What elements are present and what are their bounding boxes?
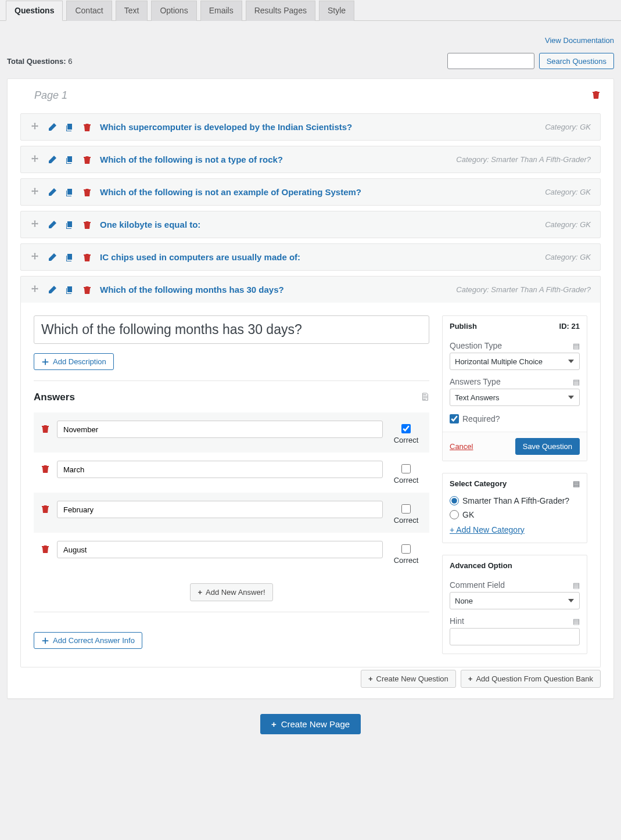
question-title-link[interactable]: IC chips used in computers are usually m…: [100, 252, 537, 262]
total-questions-label: Total Questions: 6: [7, 57, 72, 66]
edit-icon[interactable]: [48, 123, 57, 132]
delete-icon[interactable]: [82, 253, 92, 262]
move-icon[interactable]: [30, 285, 40, 295]
tab-results-pages[interactable]: Results Pages: [246, 1, 315, 21]
create-new-question-button[interactable]: +Create New Question: [361, 670, 456, 688]
move-icon[interactable]: [30, 188, 40, 197]
hint-doc-icon[interactable]: ▤: [573, 617, 580, 626]
question-category-label: Category: Smarter Than A Fifth-Grader?: [456, 155, 591, 164]
delete-icon[interactable]: [82, 123, 92, 132]
tab-style[interactable]: Style: [319, 1, 354, 21]
question-title-link[interactable]: Which of the following months has 30 day…: [100, 285, 448, 295]
search-questions-button[interactable]: Search Questions: [539, 53, 614, 69]
edit-icon[interactable]: [48, 155, 57, 164]
answer-row: Correct: [34, 412, 429, 453]
category-option[interactable]: GK: [450, 510, 580, 519]
answer-correct-checkbox[interactable]: [401, 424, 411, 433]
answers-type-select[interactable]: Text Answers: [450, 389, 580, 406]
delete-answer-icon[interactable]: [41, 424, 50, 433]
delete-icon[interactable]: [82, 220, 92, 229]
question-id-label: ID: 21: [559, 322, 580, 331]
question-row: Which supercomputer is developed by the …: [20, 113, 601, 141]
add-description-button[interactable]: Add Description: [34, 353, 114, 370]
category-doc-icon[interactable]: ▤: [573, 479, 580, 488]
duplicate-icon[interactable]: [65, 188, 74, 197]
answer-row: Correct: [34, 493, 429, 533]
category-radio[interactable]: [450, 496, 459, 505]
move-icon[interactable]: [30, 220, 40, 229]
required-label: Required?: [462, 414, 500, 423]
add-question-from-bank-button[interactable]: +Add Question From Question Bank: [461, 670, 601, 688]
duplicate-icon[interactable]: [65, 123, 74, 132]
answer-text-input[interactable]: [57, 421, 383, 438]
answer-correct-checkbox[interactable]: [401, 544, 411, 554]
answers-doc-icon[interactable]: [421, 393, 429, 403]
answer-row: Correct: [34, 453, 429, 493]
answer-text-input[interactable]: [57, 461, 383, 478]
delete-answer-icon[interactable]: [41, 504, 50, 514]
question-text-input[interactable]: [34, 315, 429, 344]
question-type-label: Question Type: [450, 341, 502, 350]
hint-label: Hint: [450, 616, 464, 626]
publish-heading: Publish: [450, 322, 477, 331]
move-icon[interactable]: [30, 253, 40, 262]
answer-text-input[interactable]: [57, 541, 383, 558]
add-new-category-link[interactable]: + Add New Category: [450, 525, 525, 534]
advanced-option-heading: Advanced Option: [450, 561, 512, 570]
answer-row: Correct: [34, 533, 429, 573]
tab-emails[interactable]: Emails: [200, 1, 242, 21]
move-icon[interactable]: [30, 155, 40, 164]
tab-contact[interactable]: Contact: [66, 1, 112, 21]
edit-icon[interactable]: [48, 285, 57, 295]
delete-page-icon[interactable]: [591, 90, 601, 101]
delete-answer-icon[interactable]: [41, 544, 50, 554]
category-radio[interactable]: [450, 510, 459, 519]
add-correct-answer-info-button[interactable]: Add Correct Answer Info: [34, 632, 142, 649]
question-title-link[interactable]: Which of the following is not an example…: [100, 187, 537, 197]
answers-type-label: Answers Type: [450, 377, 501, 386]
tab-text[interactable]: Text: [116, 1, 148, 21]
hint-input[interactable]: [450, 628, 580, 645]
page-title: Page 1: [34, 89, 584, 102]
answer-text-input[interactable]: [57, 501, 383, 518]
correct-label: Correct: [394, 476, 419, 484]
duplicate-icon[interactable]: [65, 285, 74, 295]
comment-doc-icon[interactable]: ▤: [573, 581, 580, 590]
duplicate-icon[interactable]: [65, 155, 74, 164]
correct-label: Correct: [394, 516, 419, 525]
add-new-answer-button[interactable]: +Add New Answer!: [190, 583, 272, 601]
answer-correct-checkbox[interactable]: [401, 504, 411, 514]
tab-questions[interactable]: Questions: [6, 1, 63, 21]
search-input[interactable]: [447, 53, 534, 69]
question-title-link[interactable]: One kilobyte is equal to:: [100, 220, 537, 229]
duplicate-icon[interactable]: [65, 253, 74, 262]
save-question-button[interactable]: Save Question: [515, 438, 580, 455]
question-title-link[interactable]: Which of the following is not a type of …: [100, 155, 448, 164]
answer-correct-checkbox[interactable]: [401, 464, 411, 473]
tab-options[interactable]: Options: [151, 1, 196, 21]
question-category-label: Category: GK: [545, 253, 591, 261]
question-type-doc-icon[interactable]: ▤: [573, 342, 580, 350]
cancel-link[interactable]: Cancel: [450, 442, 473, 451]
question-title-link[interactable]: Which supercomputer is developed by the …: [100, 122, 537, 132]
answers-type-doc-icon[interactable]: ▤: [573, 378, 580, 386]
edit-icon[interactable]: [48, 220, 57, 229]
delete-answer-icon[interactable]: [41, 464, 50, 473]
move-icon[interactable]: [30, 123, 40, 132]
delete-icon[interactable]: [82, 285, 92, 295]
edit-icon[interactable]: [48, 253, 57, 262]
edit-icon[interactable]: [48, 188, 57, 197]
question-type-select[interactable]: Horizontal Multiple Choice: [450, 353, 580, 370]
comment-field-select[interactable]: None: [450, 592, 580, 609]
required-checkbox[interactable]: [450, 414, 459, 423]
category-option[interactable]: Smarter Than A Fifth-Grader?: [450, 496, 580, 505]
view-documentation-link[interactable]: View Documentation: [545, 36, 614, 45]
answers-heading: Answers: [34, 392, 75, 403]
correct-label: Correct: [394, 556, 419, 565]
delete-icon[interactable]: [82, 188, 92, 197]
delete-icon[interactable]: [82, 155, 92, 164]
question-row: IC chips used in computers are usually m…: [20, 243, 601, 271]
create-new-page-button[interactable]: +Create New Page: [260, 714, 361, 734]
question-row: Which of the following months has 30 day…: [20, 276, 601, 303]
duplicate-icon[interactable]: [65, 220, 74, 229]
